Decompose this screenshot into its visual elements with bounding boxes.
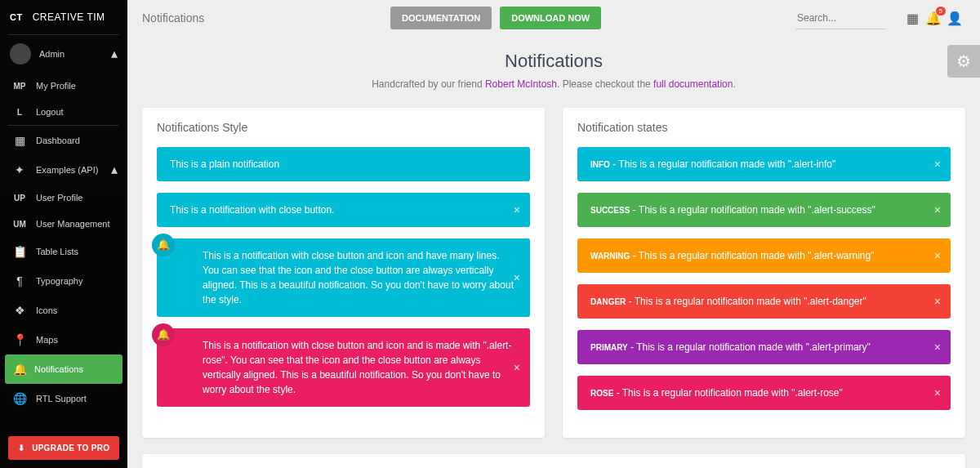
page-title: Notifications	[127, 51, 980, 72]
label: Logout	[36, 107, 64, 117]
abbr: L	[10, 108, 29, 117]
avatar	[10, 43, 31, 65]
globe-icon: 🌐	[10, 392, 29, 405]
account-icon[interactable]: 👤	[944, 11, 965, 26]
close-icon[interactable]: ×	[514, 270, 520, 287]
sidebar-item-rtl[interactable]: 🌐 RTL Support	[0, 384, 127, 413]
alert-tag: ROSE	[590, 389, 613, 398]
close-icon[interactable]: ×	[514, 359, 520, 377]
grid-icon[interactable]: ▦	[902, 11, 923, 26]
upgrade-button[interactable]: ⬇ UPGRADE TO PRO	[8, 436, 119, 460]
close-icon[interactable]: ×	[934, 339, 941, 356]
alert-rose: ROSE - This is a regular notification ma…	[577, 376, 951, 410]
alert-tag: PRIMARY	[590, 343, 628, 352]
label: Icons	[36, 305, 57, 315]
label: Notifications	[34, 364, 83, 374]
cards-row: Notifications Style This is a plain noti…	[127, 108, 980, 454]
topbar: Notifications DOCUMENTATION DOWNLOAD NOW…	[127, 0, 980, 39]
label: User Profile	[36, 193, 82, 203]
sidebar-item-logout[interactable]: L Logout	[0, 99, 127, 125]
breadcrumb: Notifications	[142, 11, 204, 25]
card-title: Notification states	[577, 121, 951, 134]
label: Typography	[36, 276, 82, 286]
clipboard-icon: 📋	[10, 245, 29, 258]
label: RTL Support	[36, 394, 87, 403]
alert-with-close: This is a notification with close button…	[157, 193, 530, 227]
alert-tag: DANGER	[590, 297, 626, 306]
sidebar-item-notifications[interactable]: 🔔 Notifications	[5, 354, 122, 384]
alert-danger: DANGER - This is a regular notification …	[577, 284, 951, 319]
settings-fab[interactable]: ⚙	[947, 45, 980, 78]
notifications-icon[interactable]: 🔔5	[923, 11, 944, 26]
brand-name: CREATIVE TIM	[33, 11, 105, 23]
sidebar-item-user-management[interactable]: UM User Management	[0, 211, 127, 237]
alert-text: This is a plain notification	[170, 158, 279, 170]
sidebar-item-dashboard[interactable]: ▦ Dashboard	[0, 126, 127, 155]
alert-text: This is a notification with close button…	[203, 250, 514, 305]
bubble-icon: ❖	[10, 304, 29, 317]
sidebar-item-maps[interactable]: 📍 Maps	[0, 325, 127, 354]
label: My Profile	[36, 81, 76, 91]
download-button[interactable]: DOWNLOAD NOW	[500, 7, 601, 29]
alert-plain: This is a plain notification	[157, 147, 530, 181]
location-icon: 📍	[10, 333, 29, 346]
hero: Notifications Handcrafted by our friend …	[127, 39, 980, 108]
user-name: Admin	[39, 49, 65, 59]
search-input[interactable]	[795, 7, 885, 29]
dashboard-icon: ▦	[10, 134, 29, 147]
alert-text: - This is a regular notification made wi…	[626, 296, 866, 307]
sidebar-item-table-lists[interactable]: 📋 Table Lists	[0, 237, 127, 266]
alert-text: - This is a regular notification made wi…	[628, 341, 871, 353]
download-icon: ⬇	[18, 443, 24, 452]
label: User Management	[36, 219, 110, 229]
alert-tag: WARNING	[590, 252, 630, 261]
alert-text: - This is a regular notification made wi…	[613, 387, 842, 399]
card-notifications-style: Notifications Style This is a plain noti…	[142, 108, 545, 438]
sidebar-user[interactable]: Admin ▴	[0, 35, 127, 73]
sidebar-item-examples[interactable]: ✦ Examples (API) ▴	[0, 155, 127, 185]
close-icon[interactable]: ×	[934, 385, 941, 402]
examples-icon: ✦	[10, 163, 29, 176]
card-notification-states: Notification states INFO - This is a reg…	[563, 108, 965, 438]
documentation-button[interactable]: DOCUMENTATION	[390, 7, 492, 29]
label: Maps	[36, 335, 58, 345]
alert-with-icon-rose: 🔔 This is a notification with close butt…	[157, 328, 530, 407]
close-icon[interactable]: ×	[514, 202, 520, 219]
close-icon[interactable]: ×	[934, 202, 941, 219]
brand-logo: CT	[10, 12, 23, 22]
main: Notifications DOCUMENTATION DOWNLOAD NOW…	[127, 0, 980, 468]
alert-with-icon: 🔔 This is a notification with close butt…	[157, 238, 530, 317]
alert-text: - This is a regular notification made wi…	[610, 158, 835, 170]
page-subtitle: Handcrafted by our friend Robert McIntos…	[127, 78, 980, 90]
alert-text: - This is a regular notification made wi…	[630, 204, 875, 216]
alert-warning: WARNING - This is a regular notification…	[577, 238, 951, 273]
bell-icon: 🔔	[10, 363, 29, 376]
label: Dashboard	[36, 136, 80, 145]
label: Examples (API)	[36, 165, 98, 175]
docs-link[interactable]: full documentation	[653, 78, 733, 90]
alert-text: - This is a regular notification made wi…	[630, 250, 874, 261]
alert-tag: SUCCESS	[590, 206, 630, 215]
close-icon[interactable]: ×	[934, 156, 941, 173]
close-icon[interactable]: ×	[934, 293, 941, 310]
alert-info: INFO - This is a regular notification ma…	[577, 147, 951, 181]
typography-icon: ¶	[10, 274, 29, 287]
sidebar-item-icons[interactable]: ❖ Icons	[0, 296, 127, 325]
alert-tag: INFO	[590, 160, 610, 169]
alert-text: This is a notification with close button…	[203, 340, 511, 395]
label: UPGRADE TO PRO	[32, 443, 109, 452]
sidebar: CT CREATIVE TIM Admin ▴ MP My Profile L …	[0, 0, 127, 468]
abbr: MP	[10, 82, 29, 91]
close-icon[interactable]: ×	[934, 247, 941, 265]
brand[interactable]: CT CREATIVE TIM	[0, 0, 127, 34]
alert-success: SUCCESS - This is a regular notification…	[577, 193, 951, 227]
chevron-up-icon: ▴	[111, 50, 118, 58]
chevron-up-icon: ▴	[111, 166, 118, 174]
card-title: Notifications Style	[157, 121, 530, 134]
sidebar-item-user-profile[interactable]: UP User Profile	[0, 185, 127, 211]
gear-icon: ⚙	[956, 51, 971, 71]
abbr: UM	[10, 220, 29, 229]
sidebar-item-my-profile[interactable]: MP My Profile	[0, 73, 127, 99]
sidebar-item-typography[interactable]: ¶ Typography	[0, 266, 127, 296]
author-link[interactable]: Robert McIntosh	[485, 78, 557, 90]
